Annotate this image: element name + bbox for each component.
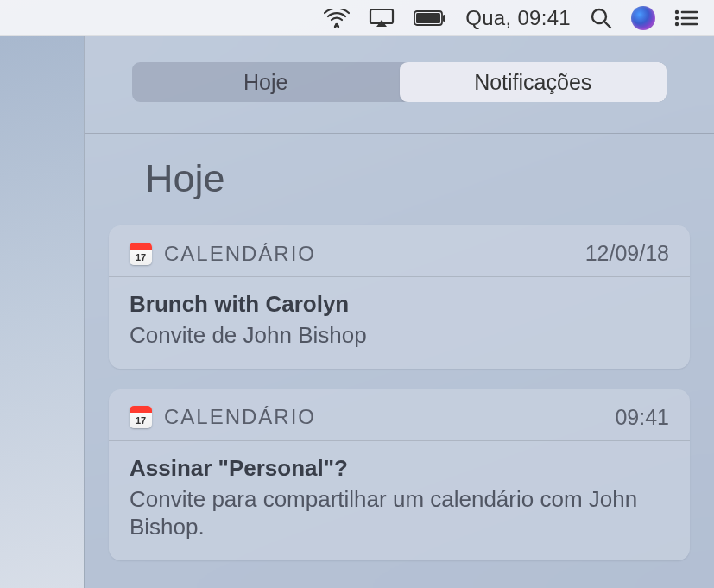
menubar-clock[interactable]: Qua, 09:41 [465,6,571,30]
tab-bar: Hoje Notificações [132,62,667,102]
desktop-wallpaper [0,36,84,588]
card-body: Convite para compartilhar um calendário … [130,485,669,541]
card-header: CALENDÁRIO 12/09/18 [130,241,669,266]
spotlight-search-icon[interactable] [590,7,612,29]
menubar: Qua, 09:41 [0,0,714,36]
tab-notifications[interactable]: Notificações [400,62,667,102]
card-app-name: CALENDÁRIO [164,242,573,266]
svg-point-0 [335,22,338,26]
card-title: Brunch with Carolyn [130,291,669,318]
divider [85,133,714,134]
calendar-app-icon [130,406,152,428]
card-divider [109,276,690,277]
airplay-icon[interactable] [369,8,395,28]
svg-point-9 [675,16,679,19]
battery-icon[interactable] [414,10,446,26]
tab-today[interactable]: Hoje [132,62,400,102]
svg-rect-3 [416,13,440,23]
calendar-app-icon [130,243,152,265]
notification-center-icon[interactable] [674,9,698,28]
notification-card[interactable]: CALENDÁRIO 09:41 Assinar "Personal"? Con… [109,389,690,560]
svg-point-11 [675,22,679,25]
notification-center-panel: Hoje Notificações Hoje CALENDÁRIO 12/09/… [84,36,714,588]
card-body: Convite de John Bishop [130,321,669,350]
wifi-icon[interactable] [324,9,350,28]
card-timestamp: 09:41 [615,405,669,430]
card-app-name: CALENDÁRIO [164,405,603,429]
card-divider [109,440,690,441]
svg-point-7 [675,9,679,13]
card-header: CALENDÁRIO 09:41 [130,405,669,430]
card-timestamp: 12/09/18 [585,241,669,266]
siri-icon[interactable] [631,6,655,30]
svg-rect-4 [443,15,445,22]
section-title: Hoje [145,156,714,201]
notification-card[interactable]: CALENDÁRIO 12/09/18 Brunch with Carolyn … [109,225,690,369]
card-title: Assinar "Personal"? [130,455,669,482]
notifications-list: CALENDÁRIO 12/09/18 Brunch with Carolyn … [85,225,714,560]
svg-line-6 [604,22,610,28]
